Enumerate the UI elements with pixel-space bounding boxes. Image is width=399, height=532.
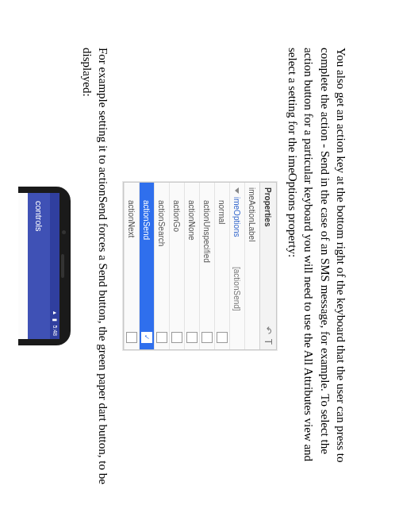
- paragraph-2: For example setting it to actionSend for…: [79, 48, 112, 484]
- option-normal[interactable]: normal: [214, 183, 229, 349]
- option-actionnone[interactable]: actionNone: [184, 183, 199, 349]
- app-title: controls: [35, 201, 44, 232]
- option-actiongo-label: actionGo: [171, 186, 183, 332]
- row-imeoptions-value: [actionSend]: [232, 264, 244, 346]
- phone-clip: ▲ ▮ 5:48 controls Name: [19, 187, 71, 345]
- option-actionsearch-label: actionSearch: [156, 186, 168, 332]
- option-actionsend[interactable]: actionSend: [139, 183, 154, 349]
- row-imeoptions-label: imeOptions: [232, 186, 244, 264]
- checkbox-icon[interactable]: [126, 332, 137, 343]
- clock-text: 5:48: [52, 325, 58, 336]
- document-page: You also get an action key at the bottom…: [0, 0, 399, 532]
- option-actionnext-label: actionNext: [126, 186, 138, 332]
- row-imeactionlabel-label: imeActionLabel: [247, 186, 259, 256]
- status-bar: ▲ ▮ 5:48: [51, 193, 60, 339]
- phone-screen: ▲ ▮ 5:48 controls Name: [19, 193, 60, 339]
- row-imeactionlabel[interactable]: imeActionLabel: [244, 183, 259, 349]
- properties-title: Properties: [264, 187, 273, 226]
- option-actiongo[interactable]: actionGo: [169, 183, 184, 349]
- option-actionsend-label: actionSend: [141, 186, 153, 332]
- phone-frame: ▲ ▮ 5:48 controls Name: [19, 187, 71, 345]
- earpiece-icon: [62, 254, 65, 278]
- option-actionunspecified[interactable]: actionUnspecified: [199, 183, 214, 349]
- row-imeactionlabel-value: [251, 256, 254, 346]
- front-camera-icon: [63, 230, 67, 234]
- checkbox-checked-icon[interactable]: [141, 332, 152, 343]
- properties-header: Properties ↶ T: [259, 183, 276, 349]
- properties-panel: Properties ↶ T imeActionLabel imeOptions…: [123, 182, 277, 350]
- option-actionunspecified-label: actionUnspecified: [201, 186, 213, 332]
- row-imeoptions[interactable]: imeOptions [actionSend]: [229, 183, 244, 349]
- checkbox-icon[interactable]: [201, 332, 213, 343]
- figure-properties-panel: Properties ↶ T imeActionLabel imeOptions…: [123, 48, 277, 484]
- battery-icon: ▮: [52, 318, 58, 322]
- paragraph-1: You also get an action key at the bottom…: [285, 48, 349, 484]
- signal-icon: ▲: [52, 310, 58, 315]
- figure-phone: ▲ ▮ 5:48 controls Name: [19, 48, 71, 484]
- option-normal-label: normal: [217, 186, 228, 332]
- phone-content: Name: [19, 193, 29, 339]
- option-actionnone-label: actionNone: [186, 186, 198, 332]
- chevron-down-icon: [235, 187, 239, 194]
- checkbox-icon[interactable]: [186, 332, 198, 343]
- option-actionnext[interactable]: actionNext: [124, 183, 139, 349]
- checkbox-icon[interactable]: [217, 332, 228, 343]
- text-tool-icon[interactable]: T: [263, 339, 274, 345]
- checkbox-icon[interactable]: [156, 332, 167, 343]
- app-bar: controls: [29, 193, 51, 339]
- checkbox-icon[interactable]: [171, 332, 182, 343]
- undo-icon[interactable]: ↶: [263, 326, 274, 334]
- option-actionsearch[interactable]: actionSearch: [154, 183, 169, 349]
